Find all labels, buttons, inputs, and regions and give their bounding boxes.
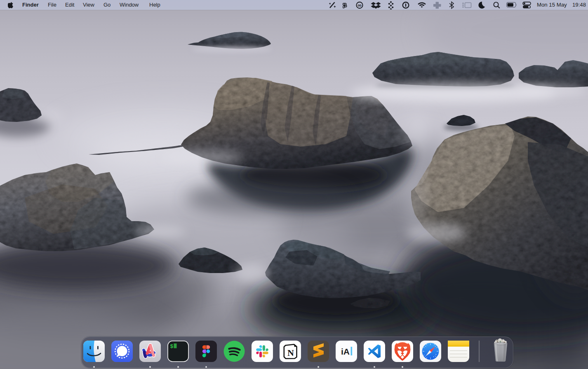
- svg-text:iA: iA: [341, 347, 350, 356]
- svg-text:$: $: [170, 343, 174, 350]
- svg-text:∞: ∞: [358, 2, 361, 8]
- svg-text:N: N: [287, 348, 294, 358]
